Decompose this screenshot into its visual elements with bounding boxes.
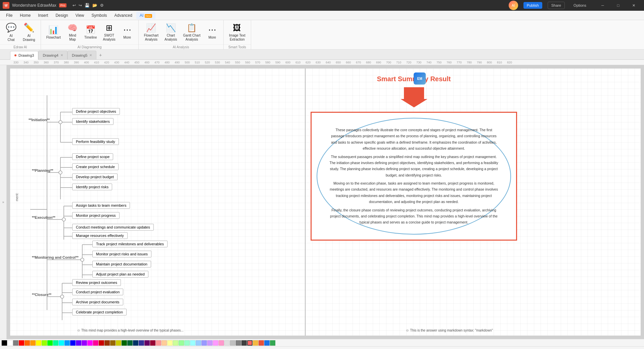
- ruler-mark: 630: [316, 61, 326, 64]
- share-button[interactable]: Share: [548, 2, 565, 9]
- canvas-content: EM: [10, 68, 641, 336]
- ribbon-mind-map[interactable]: 🧠 MindMap: [64, 21, 81, 43]
- menu-design[interactable]: Design: [52, 12, 71, 19]
- redo-icon[interactable]: ↪: [79, 3, 82, 8]
- color-green[interactable]: [47, 340, 53, 346]
- ribbon-ai-drawing[interactable]: ✏️ AIDrawing: [20, 21, 38, 43]
- color-light-green[interactable]: [179, 340, 184, 346]
- color-brand-red[interactable]: [259, 340, 264, 346]
- color-light-cyan[interactable]: [190, 340, 195, 346]
- ruler-mark: 490: [175, 61, 185, 64]
- ruler-numbers: 330 340 350 360 370 380 390 400 410 420 …: [7, 61, 517, 64]
- color-sky-blue[interactable]: [64, 340, 70, 346]
- color-light-pink[interactable]: [156, 340, 161, 346]
- ribbon-flowchart[interactable]: 📊 Flowchart: [44, 21, 63, 43]
- node-celebrate-completion: Celebrate project completion: [72, 309, 127, 315]
- color-red[interactable]: [19, 340, 24, 346]
- minimize-button[interactable]: ─: [595, 0, 610, 11]
- menu-symbols[interactable]: Symbols: [88, 12, 110, 19]
- color-light-yellow[interactable]: [167, 340, 173, 346]
- color-silver[interactable]: [224, 340, 230, 346]
- color-black[interactable]: [2, 340, 7, 346]
- color-crimson[interactable]: [150, 340, 155, 346]
- color-dark-green[interactable]: [122, 340, 127, 346]
- color-mid-gray[interactable]: [230, 340, 235, 346]
- color-violet[interactable]: [76, 340, 81, 346]
- ribbon-chart-analysis[interactable]: 📉 ChartAnalysis: [162, 21, 180, 43]
- note1-icon: ⊖: [77, 329, 80, 332]
- color-dark-yellow[interactable]: [110, 340, 116, 346]
- color-light-pink2[interactable]: [219, 340, 224, 346]
- color-gray[interactable]: [13, 340, 18, 346]
- ribbon-swot[interactable]: ⊞ SWOTAnalysis: [100, 21, 118, 43]
- color-brand-blue[interactable]: [264, 340, 270, 346]
- mind-map-label: MindMap: [69, 34, 76, 42]
- tabs-scroll-left[interactable]: «: [3, 2, 5, 7]
- color-peach[interactable]: [162, 340, 167, 346]
- undo-icon[interactable]: ↩: [73, 3, 76, 8]
- ribbon-flowchart-analysis[interactable]: 📈 FlowchartAnalysis: [141, 21, 161, 43]
- tab-drawing5-close[interactable]: ✕: [89, 53, 92, 57]
- color-blue[interactable]: [70, 340, 76, 346]
- settings-icon[interactable]: ⚙: [100, 3, 104, 8]
- color-dark-purple[interactable]: [144, 340, 150, 346]
- ribbon-group-smart-tools-label: Smart Tools: [224, 44, 251, 50]
- ribbon-timeline[interactable]: 📅 Timeline: [82, 21, 99, 43]
- ribbon-gantt-analysis[interactable]: 📋 Gantt ChartAnalysis: [180, 21, 203, 43]
- ribbon-ai-chat[interactable]: 💬 AIChat: [3, 21, 19, 43]
- color-pink[interactable]: [93, 340, 98, 346]
- color-white[interactable]: [7, 340, 13, 346]
- swot-icon: ⊞: [106, 23, 112, 33]
- color-lavender[interactable]: [207, 340, 213, 346]
- tab-drawing4-close[interactable]: ✕: [60, 53, 63, 57]
- close-button[interactable]: ✕: [626, 0, 641, 11]
- menu-home[interactable]: Home: [16, 12, 34, 19]
- publish-button[interactable]: Publish: [523, 2, 542, 9]
- tab-drawing3[interactable]: Drawing3: [10, 51, 38, 60]
- menu-ai[interactable]: AI New: [136, 12, 155, 19]
- open-icon[interactable]: 📂: [92, 3, 97, 8]
- menu-advanced[interactable]: Advanced: [111, 12, 136, 19]
- color-brown[interactable]: [104, 340, 110, 346]
- color-lime[interactable]: [42, 340, 47, 346]
- color-light-magenta[interactable]: [213, 340, 218, 346]
- canvas-area[interactable]: EM: [7, 65, 644, 339]
- menu-file[interactable]: File: [3, 12, 16, 19]
- tab-drawing5[interactable]: Drawing5 ✕: [67, 51, 96, 59]
- node-manage-resources: Manage resources effectively: [72, 232, 128, 239]
- color-dark-red[interactable]: [99, 340, 104, 346]
- sidebar-toggle[interactable]: »: [0, 65, 7, 339]
- tab-drawing4[interactable]: Drawing4 ✕: [38, 51, 67, 59]
- tabs-bar: « Drawing3 Drawing4 ✕ Drawing5 ✕ +: [0, 50, 644, 60]
- color-cyan[interactable]: [59, 340, 64, 346]
- color-orange[interactable]: [30, 340, 36, 346]
- color-indigo[interactable]: [139, 340, 144, 346]
- ribbon-more-diagramming[interactable]: ⋯ More: [119, 21, 136, 43]
- color-brand-green[interactable]: [270, 340, 275, 346]
- color-dark-gray[interactable]: [241, 340, 247, 346]
- menu-view[interactable]: View: [72, 12, 88, 19]
- color-navy[interactable]: [133, 340, 138, 346]
- color-forest-green[interactable]: [127, 340, 133, 346]
- color-gold[interactable]: [253, 340, 258, 346]
- color-mint[interactable]: [184, 340, 190, 346]
- color-olive[interactable]: [116, 340, 121, 346]
- options-button[interactable]: Options: [570, 2, 590, 9]
- color-yellow[interactable]: [36, 340, 41, 346]
- ribbon-image-text[interactable]: 🖼 Image TextExtraction: [226, 21, 248, 43]
- maximize-button[interactable]: □: [610, 0, 626, 11]
- ribbon-more-analysis[interactable]: ⋯ More: [204, 21, 221, 43]
- tab-add-button[interactable]: +: [96, 51, 104, 59]
- color-medium-gray[interactable]: [236, 340, 241, 346]
- color-purple[interactable]: [82, 340, 87, 346]
- color-magenta[interactable]: [87, 340, 93, 346]
- color-spring-green[interactable]: [53, 340, 58, 346]
- color-light-blue[interactable]: [196, 340, 201, 346]
- color-light-lime[interactable]: [173, 340, 178, 346]
- color-periwinkle[interactable]: [201, 340, 207, 346]
- save-icon[interactable]: 💾: [85, 3, 90, 8]
- color-selected[interactable]: [247, 340, 252, 346]
- mindmap-svg: [10, 68, 299, 323]
- color-orange-red[interactable]: [25, 340, 30, 346]
- menu-insert[interactable]: Insert: [35, 12, 51, 19]
